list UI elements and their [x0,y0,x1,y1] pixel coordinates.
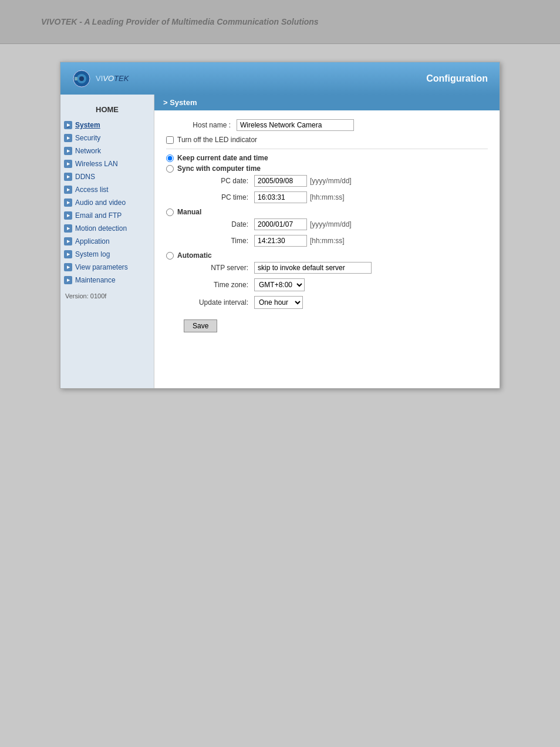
sidebar-item-wireless-lan[interactable]: Wireless LAN [60,157,154,170]
pc-date-label: PC date: [184,177,254,185]
sync-computer-label: Sync with computer time [177,164,261,173]
vivotek-logo-icon [72,69,91,88]
sidebar-label-view-parameters: View parameters [75,263,128,271]
update-interval-label: Update interval: [184,298,254,307]
save-button[interactable]: Save [184,319,217,332]
sidebar-arrow-audio-video [64,198,72,207]
pc-time-input[interactable] [254,191,307,203]
manual-date-label: Date: [184,220,254,228]
manual-datetime-fields: Date: [yyyy/mm/dd] Time: [hh:mm:ss] [184,218,488,247]
pc-time-format: [hh:mm:ss] [310,193,345,201]
keep-current-row: Keep current date and time [166,154,488,162]
sync-computer-radio[interactable] [166,165,174,173]
sidebar-item-system-log[interactable]: System log [60,248,154,261]
ntp-label: NTP server: [184,264,254,272]
sidebar-arrow-system-log [64,250,72,258]
pc-datetime-fields: PC date: [yyyy/mm/dd] PC time: [hh:mm:ss… [184,175,488,203]
sidebar-item-security[interactable]: Security [60,132,154,144]
sidebar-label-wireless-lan: Wireless LAN [75,160,118,168]
sidebar: HOME System Security Network Wireless LA… [60,95,154,388]
sidebar-label-network: Network [75,147,101,155]
sidebar-home[interactable]: HOME [60,100,154,119]
sidebar-label-access-list: Access list [75,186,109,194]
sidebar-item-system[interactable]: System [60,119,154,132]
timezone-select[interactable]: GMT+8:00GMT+0:00GMT-5:00GMT+9:00 [254,278,305,291]
sidebar-label-motion-detection: Motion detection [75,224,127,233]
svg-point-2 [79,76,84,81]
logo-text: VIVOTEK [96,74,129,83]
outer-wrapper: VIVOTEK Configuration HOME System Securi… [0,44,560,389]
sidebar-item-email-ftp[interactable]: Email and FTP [60,209,154,222]
hostname-input[interactable] [237,119,354,131]
sidebar-item-audio-video[interactable]: Audio and video [60,196,154,209]
sidebar-item-motion-detection[interactable]: Motion detection [60,222,154,235]
manual-date-row: Date: [yyyy/mm/dd] [184,218,488,230]
manual-date-format: [yyyy/mm/dd] [310,220,352,228]
svg-rect-3 [75,77,77,80]
sidebar-label-security: Security [75,134,100,142]
sidebar-label-system-log: System log [75,250,110,258]
main-content: HOME System Security Network Wireless LA… [60,95,500,388]
hostname-label: Host name : [166,121,237,129]
ntp-input[interactable] [254,262,372,274]
timezone-label: Time zone: [184,281,254,289]
content-body: Host name : Turn off the LED indicator K… [154,110,500,341]
sidebar-arrow-maintenance [64,276,72,284]
pc-date-format: [yyyy/mm/dd] [310,177,352,185]
sidebar-item-network[interactable]: Network [60,144,154,157]
sidebar-arrow-system [64,121,72,129]
sidebar-label-application: Application [75,237,110,245]
manual-time-row: Time: [hh:mm:ss] [184,235,488,247]
sidebar-arrow-network [64,147,72,155]
sidebar-item-ddns[interactable]: DDNS [60,170,154,183]
manual-time-format: [hh:mm:ss] [310,237,345,245]
sidebar-item-maintenance[interactable]: Maintenance [60,274,154,287]
pc-time-row: PC time: [hh:mm:ss] [184,191,488,203]
manual-time-label: Time: [184,237,254,245]
sync-computer-row: Sync with computer time [166,164,488,173]
hostname-row: Host name : [166,119,488,131]
keep-current-radio[interactable] [166,154,174,162]
manual-row: Manual [166,208,488,216]
sidebar-item-access-list[interactable]: Access list [60,183,154,196]
automatic-radio[interactable] [166,252,174,260]
pc-date-row: PC date: [yyyy/mm/dd] [184,175,488,187]
timezone-row: Time zone: GMT+8:00GMT+0:00GMT-5:00GMT+9… [184,278,488,291]
browser-frame: VIVOTEK Configuration HOME System Securi… [60,62,500,389]
manual-radio[interactable] [166,208,174,216]
update-interval-select[interactable]: One hourOne dayOne week [254,296,303,309]
sidebar-arrow-email-ftp [64,211,72,220]
led-label: Turn off the LED indicator [177,136,257,144]
sidebar-arrow-wireless-lan [64,160,72,168]
sidebar-arrow-security [64,134,72,142]
sidebar-version: Version: 0100f [60,287,154,305]
ntp-row: NTP server: [184,262,488,274]
sidebar-label-ddns: DDNS [75,173,95,181]
sidebar-label-audio-video: Audio and video [75,198,126,207]
sidebar-label-system: System [75,121,100,129]
sidebar-label-maintenance: Maintenance [75,276,116,284]
pc-time-label: PC time: [184,193,254,201]
automatic-label: Automatic [177,251,212,260]
led-checkbox[interactable] [166,136,174,144]
sidebar-item-application[interactable]: Application [60,235,154,248]
manual-date-input[interactable] [254,218,307,230]
sidebar-arrow-ddns [64,173,72,181]
content-header: > System [154,95,500,110]
sidebar-label-email-ftp: Email and FTP [75,211,122,220]
sidebar-arrow-view-parameters [64,263,72,271]
sidebar-arrow-motion-detection [64,224,72,233]
save-row: Save [166,314,488,332]
pc-date-input[interactable] [254,175,307,187]
config-title: Configuration [426,73,488,84]
led-row: Turn off the LED indicator [166,136,488,144]
content-panel: > System Host name : Turn off the LED in… [154,95,500,388]
logo-area: VIVOTEK [72,69,129,88]
automatic-fields: NTP server: Time zone: GMT+8:00GMT+0:00G… [184,262,488,309]
sidebar-item-view-parameters[interactable]: View parameters [60,261,154,274]
manual-label: Manual [177,208,201,216]
keep-current-label: Keep current date and time [177,154,268,162]
top-bar-title: VIVOTEK - A Leading Provider of Multimed… [41,17,319,26]
manual-time-input[interactable] [254,235,307,247]
top-bar: VIVOTEK - A Leading Provider of Multimed… [0,0,560,44]
